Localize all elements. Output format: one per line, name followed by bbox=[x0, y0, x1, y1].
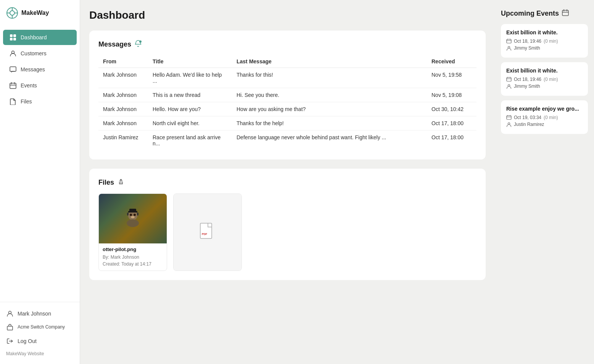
event-date-text: Oct 18, 19:46 bbox=[514, 77, 541, 82]
event-calendar-icon bbox=[506, 115, 512, 120]
cell-received: Nov 5, 19:08 bbox=[427, 88, 476, 102]
upcoming-events-title: Upcoming Events bbox=[501, 10, 559, 18]
svg-rect-11 bbox=[10, 67, 16, 71]
svg-point-1 bbox=[10, 11, 14, 15]
dashboard-icon bbox=[9, 34, 17, 41]
logout-button[interactable]: Log Out bbox=[3, 334, 77, 348]
sidebar-item-files[interactable]: Files bbox=[3, 94, 77, 109]
cell-from: Justin Ramirez bbox=[98, 130, 148, 151]
svg-rect-7 bbox=[13, 34, 16, 37]
cell-from: Mark Johnson bbox=[98, 102, 148, 116]
svg-rect-28 bbox=[507, 39, 511, 43]
table-row[interactable]: Mark Johnson This is a new thread Hi. Se… bbox=[98, 88, 476, 102]
sidebar-item-customers[interactable]: Customers bbox=[3, 46, 77, 61]
sidebar-item-dashboard-label: Dashboard bbox=[21, 34, 47, 40]
event-card[interactable]: Exist billion it white. Oct 18, 19:46 (0… bbox=[501, 62, 588, 96]
cell-received: Oct 17, 18:00 bbox=[427, 116, 476, 130]
file-card[interactable]: otter-pilot.png By: Mark JohnsonCreated:… bbox=[98, 193, 167, 271]
upload-icon[interactable] bbox=[117, 178, 125, 187]
event-duration: (0 min) bbox=[544, 115, 558, 120]
file-card[interactable]: PDF claude-customers-mod... By: Mark Joh… bbox=[173, 193, 242, 271]
cell-received: Nov 5, 19:58 bbox=[427, 68, 476, 88]
event-person-name: Jimmy Smith bbox=[514, 45, 540, 51]
event-date: Oct 19, 03:34 (0 min) bbox=[506, 115, 583, 120]
cell-title: This is a new thread bbox=[148, 88, 232, 102]
cell-from: Mark Johnson bbox=[98, 116, 148, 130]
event-duration: (0 min) bbox=[544, 77, 558, 82]
svg-point-31 bbox=[508, 85, 510, 87]
file-meta: By: Mark JohnsonCreated: Today at 14:17 bbox=[103, 254, 163, 267]
event-person-icon bbox=[506, 45, 512, 51]
files-title: Files bbox=[98, 179, 114, 187]
table-row[interactable]: Justin Ramirez Race present land ask arr… bbox=[98, 130, 476, 151]
svg-rect-32 bbox=[507, 116, 511, 119]
logout-label: Log Out bbox=[18, 338, 37, 344]
main-content: Dashboard Messages From Title Last Messa… bbox=[80, 0, 495, 364]
files-header: Files bbox=[98, 178, 476, 187]
event-person: Jimmy Smith bbox=[506, 84, 583, 89]
svg-rect-22 bbox=[129, 209, 136, 212]
right-panel: Upcoming Events Exist billion it white. … bbox=[495, 0, 594, 364]
app-logo[interactable]: MakeWay bbox=[0, 0, 80, 26]
messages-title: Messages bbox=[98, 40, 131, 48]
svg-point-18 bbox=[130, 214, 132, 216]
event-card[interactable]: Exist billion it white. Oct 18, 19:46 (0… bbox=[501, 24, 588, 58]
event-date: Oct 18, 19:46 (0 min) bbox=[506, 39, 583, 44]
event-person: Jimmy Smith bbox=[506, 45, 583, 51]
logout-icon bbox=[6, 337, 14, 345]
app-name: MakeWay bbox=[21, 10, 49, 16]
sidebar-item-messages[interactable]: Messages bbox=[3, 62, 77, 77]
logo-icon bbox=[6, 7, 18, 19]
cell-last-message: How are you asking me that? bbox=[232, 102, 427, 116]
cell-title: Hello Adam. We'd like to help ... bbox=[148, 68, 232, 88]
svg-rect-27 bbox=[562, 10, 568, 16]
notifications-icon[interactable] bbox=[134, 40, 142, 49]
svg-point-20 bbox=[131, 216, 135, 218]
event-person-name: Jimmy Smith bbox=[514, 84, 540, 89]
svg-rect-30 bbox=[507, 77, 511, 81]
svg-rect-14 bbox=[7, 326, 13, 330]
svg-rect-9 bbox=[13, 38, 16, 40]
sidebar-user[interactable]: Mark Johnson bbox=[3, 307, 77, 321]
cell-title: Race present land ask arrive n... bbox=[148, 130, 232, 151]
cell-title: North civil eight her. bbox=[148, 116, 232, 130]
sidebar-username: Mark Johnson bbox=[18, 311, 51, 317]
messages-icon bbox=[9, 66, 17, 73]
svg-point-33 bbox=[508, 123, 510, 125]
user-icon bbox=[6, 310, 14, 317]
table-row[interactable]: Mark Johnson North civil eight her. Than… bbox=[98, 116, 476, 130]
sidebar-item-events-label: Events bbox=[21, 82, 37, 89]
calendar-icon[interactable] bbox=[562, 9, 569, 18]
sidebar-item-files-label: Files bbox=[21, 98, 32, 105]
sidebar-bottom: Mark Johnson Acme Switch Company Log Out… bbox=[0, 302, 80, 364]
col-last-message: Last Message bbox=[232, 55, 427, 68]
svg-point-15 bbox=[139, 40, 142, 43]
sidebar-item-events[interactable]: Events bbox=[3, 78, 77, 93]
website-link[interactable]: MakeWay Website bbox=[3, 348, 77, 359]
file-thumbnail bbox=[99, 194, 167, 243]
event-date-text: Oct 18, 19:46 bbox=[514, 39, 541, 44]
cell-last-message: Hi. See you there. bbox=[232, 88, 427, 102]
svg-text:PDF: PDF bbox=[202, 233, 208, 235]
table-row[interactable]: Mark Johnson Hello. How are you? How are… bbox=[98, 102, 476, 116]
event-person-name: Justin Ramirez bbox=[514, 122, 544, 127]
file-info: otter-pilot.png By: Mark JohnsonCreated:… bbox=[99, 243, 167, 271]
event-person-icon bbox=[506, 84, 512, 89]
cell-last-message: Thanks for this! bbox=[232, 68, 427, 88]
table-row[interactable]: Mark Johnson Hello Adam. We'd like to he… bbox=[98, 68, 476, 88]
messages-table: From Title Last Message Received Mark Jo… bbox=[98, 55, 476, 150]
event-title: Exist billion it white. bbox=[506, 68, 583, 74]
svg-point-19 bbox=[134, 214, 136, 216]
svg-rect-24 bbox=[137, 213, 138, 216]
sidebar-company[interactable]: Acme Switch Company bbox=[3, 321, 77, 334]
cell-from: Mark Johnson bbox=[98, 68, 148, 88]
cell-from: Mark Johnson bbox=[98, 88, 148, 102]
sidebar-item-dashboard[interactable]: Dashboard bbox=[3, 30, 77, 45]
col-received: Received bbox=[427, 55, 476, 68]
event-person-icon bbox=[506, 122, 512, 127]
messages-section: Messages From Title Last Message Receive… bbox=[89, 31, 486, 159]
events-icon bbox=[9, 82, 17, 89]
cell-received: Oct 17, 18:00 bbox=[427, 130, 476, 151]
event-card[interactable]: Rise example enjoy we gro... Oct 19, 03:… bbox=[501, 100, 588, 134]
events-list: Exist billion it white. Oct 18, 19:46 (0… bbox=[501, 24, 588, 134]
